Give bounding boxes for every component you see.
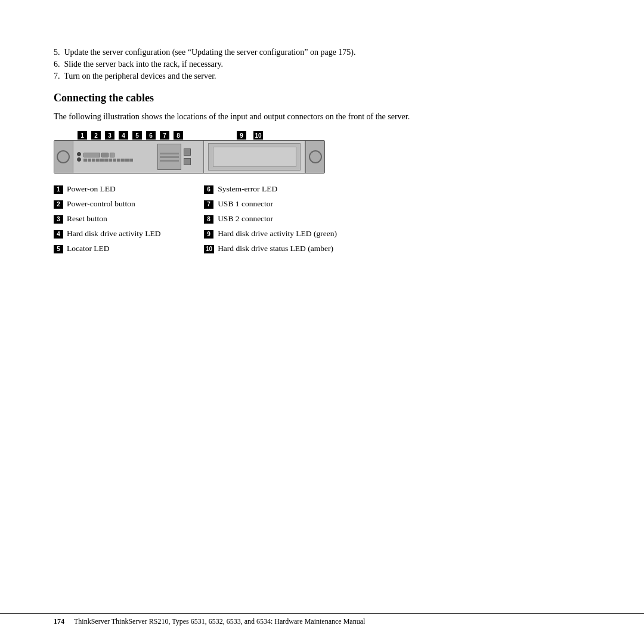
legend-badge-1: 1 [54,185,63,194]
step-5-text: 5 [54,48,58,57]
legend-label-6: System-error LED [218,182,590,197]
step-6-num: 6 [54,60,58,69]
badge-4: 4 [119,131,128,140]
legend-row-4-9: 4 Hard disk drive activity LED 9 Hard di… [54,227,590,242]
server-hdd-bays [204,141,305,173]
legend-label-1: Power-on LED [67,182,204,197]
legend-badge-3: 3 [54,215,63,224]
badge-9: 9 [237,131,246,140]
step-7: 7. Turn on the peripheral devices and th… [54,72,590,81]
legend-badge-10: 10 [204,245,214,253]
legend-badge-9: 9 [204,230,213,239]
badge-8: 8 [174,131,183,140]
legend-row-5-10: 5 Locator LED 10 Hard disk drive status … [54,242,590,256]
badge-5: 5 [132,131,142,140]
step-6-content: Slide the server back into the rack, if … [64,60,224,69]
legend-label-8: USB 2 connector [218,212,590,227]
legend-table: 1 Power-on LED 6 System-error LED 2 Powe… [54,182,590,256]
legend-label-2: Power-control button [67,197,204,212]
footer-page-number: 174 [54,617,64,626]
legend-badge-8: 8 [204,215,213,224]
server-right-knob [305,141,324,173]
badge-2: 2 [91,131,101,140]
legend-row-3-8: 3 Reset button 8 USB 2 connector [54,212,590,227]
server-diagram: 1 2 3 4 5 6 7 8 9 10 [54,131,328,174]
legend-badge-2: 2 [54,200,63,209]
legend-row-2-7: 2 Power-control button 7 USB 1 connector [54,197,590,212]
step-7-num: 7 [54,72,58,80]
legend-badge-4: 4 [54,230,63,239]
legend-badge-6: 6 [204,185,213,194]
badge-3: 3 [105,131,114,140]
intro-text: The following illustration shows the loc… [54,110,590,123]
legend-label-9: Hard disk drive activity LED (green) [218,227,590,242]
legend-label-3: Reset button [67,212,204,227]
legend-label-10: Hard disk drive status LED (amber) [218,242,590,256]
legend-row-1-6: 1 Power-on LED 6 System-error LED [54,182,590,197]
server-left-knob [54,141,73,173]
legend-label-7: USB 1 connector [218,197,590,212]
footer: 174 ThinkServer ThinkServer RS210, Types… [0,613,644,626]
step-5: 5. Update the server configuration (see … [54,48,590,57]
badge-10: 10 [253,131,263,140]
footer-text: ThinkServer ThinkServer RS210, Types 653… [74,617,365,626]
legend-label-5: Locator LED [67,242,204,256]
badge-6: 6 [146,131,156,140]
step-6: 6. Slide the server back into the rack, … [54,60,590,69]
step-5-content: Update the server configuration (see “Up… [64,48,356,57]
section-title: Connecting the cables [54,92,590,104]
legend-badge-5: 5 [54,245,63,253]
step-7-content: Turn on the peripheral devices and the s… [64,72,216,80]
legend-badge-7: 7 [204,200,213,209]
steps-list: 5. Update the server configuration (see … [54,48,590,81]
badge-1: 1 [78,131,87,140]
server-controls [73,141,205,173]
legend-label-4: Hard disk drive activity LED [67,227,204,242]
badge-7: 7 [160,131,169,140]
